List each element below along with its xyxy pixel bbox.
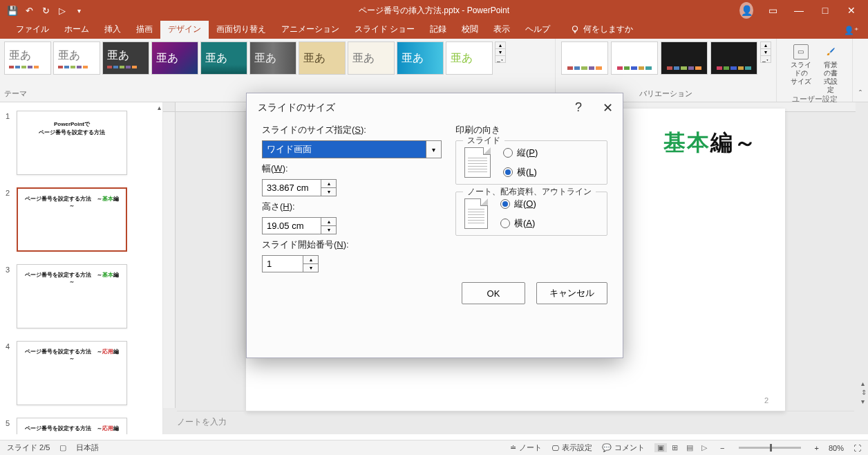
minimize-icon[interactable]: — bbox=[792, 5, 806, 16]
theme-thumb[interactable]: 亜あ bbox=[151, 41, 198, 75]
tell-me-search[interactable]: 何をしますか bbox=[565, 20, 639, 39]
variation-gallery[interactable]: ▴▾⎯▾ bbox=[561, 41, 771, 75]
tab-review[interactable]: 校閲 bbox=[454, 20, 486, 39]
comments-button[interactable]: 💬 コメント bbox=[602, 443, 645, 453]
theme-thumb[interactable]: 亜あ bbox=[446, 41, 493, 75]
theme-gallery-more-icon[interactable]: ▴▾⎯▾ bbox=[495, 41, 506, 63]
theme-thumb[interactable]: 亜あ bbox=[102, 41, 149, 75]
status-language[interactable]: 日本語 bbox=[76, 443, 99, 453]
lightbulb-icon bbox=[570, 25, 580, 35]
spin-up-icon[interactable]: ▴ bbox=[321, 180, 336, 188]
spin-up-icon[interactable]: ▴ bbox=[321, 218, 336, 226]
width-label: 幅(W): bbox=[262, 162, 442, 175]
theme-thumb[interactable]: 亜あ bbox=[348, 41, 395, 75]
variation-thumb[interactable] bbox=[561, 41, 608, 75]
width-spinbox[interactable]: ▴▾ bbox=[262, 179, 339, 196]
maximize-icon[interactable]: □ bbox=[818, 5, 832, 16]
tab-help[interactable]: ヘルプ bbox=[518, 20, 558, 39]
zoom-out-icon[interactable]: − bbox=[720, 444, 724, 452]
collapse-ribbon-icon[interactable]: ˆ bbox=[853, 39, 868, 102]
format-background-button[interactable]: 🖌️背景の書 式設定 bbox=[820, 44, 841, 94]
slide-thumbnail-1[interactable]: PowerPointで ページ番号を設定する方法 bbox=[17, 111, 127, 175]
slide-thumb-row[interactable]: 1 PowerPointで ページ番号を設定する方法 bbox=[0, 108, 162, 185]
undo-icon[interactable]: ↶ bbox=[23, 5, 35, 16]
close-icon[interactable]: ✕ bbox=[845, 5, 858, 16]
size-spec-combobox[interactable]: ワイド画面 ▾ bbox=[262, 140, 442, 158]
theme-thumb[interactable]: 亜あ bbox=[53, 41, 100, 75]
theme-thumb[interactable]: 亜あ bbox=[397, 41, 444, 75]
spin-down-icon[interactable]: ▾ bbox=[321, 188, 336, 196]
slide-thumb-row[interactable]: 2 ページ番号を設定する方法 ～基本編～ bbox=[0, 185, 162, 261]
tab-insert[interactable]: 挿入 bbox=[97, 20, 129, 39]
notes-portrait-radio[interactable]: 縦(O) bbox=[500, 198, 536, 210]
normal-view-icon[interactable]: ▣ bbox=[654, 443, 667, 452]
tab-record[interactable]: 記録 bbox=[422, 20, 454, 39]
slide-thumb-row[interactable]: 5 ページ番号を設定する方法 ～応用編～ bbox=[0, 415, 162, 434]
tab-slideshow[interactable]: スライド ショー bbox=[347, 20, 422, 39]
tab-view[interactable]: 表示 bbox=[486, 20, 518, 39]
size-spec-value[interactable]: ワイド画面 bbox=[262, 140, 426, 158]
height-field[interactable] bbox=[262, 217, 321, 234]
theme-thumb[interactable]: 亜あ bbox=[299, 41, 346, 75]
chevron-down-icon[interactable]: ▾ bbox=[426, 140, 442, 158]
share-icon[interactable]: 👤⁺ bbox=[834, 22, 868, 39]
vertical-scroll-arrows[interactable]: ▴⇕▾ bbox=[861, 380, 867, 405]
slide-thumbnail-5[interactable]: ページ番号を設定する方法 ～応用編～ bbox=[17, 418, 127, 434]
tab-draw[interactable]: 描画 bbox=[129, 20, 160, 39]
spin-down-icon[interactable]: ▾ bbox=[321, 226, 336, 234]
tab-animations[interactable]: アニメーション bbox=[274, 20, 347, 39]
slide-thumbnail-2[interactable]: ページ番号を設定する方法 ～基本編～ bbox=[17, 187, 127, 252]
theme-thumb[interactable]: 亜あ bbox=[249, 41, 296, 75]
slide-thumb-row[interactable]: 4 ページ番号を設定する方法 ～応用編～ bbox=[0, 338, 162, 415]
slide-thumb-row[interactable]: 3 ページ番号を設定する方法 ～基本編～ bbox=[0, 261, 162, 338]
zoom-in-icon[interactable]: + bbox=[815, 444, 819, 452]
start-from-beginning-icon[interactable]: ▷ bbox=[57, 5, 68, 16]
redo-icon[interactable]: ↻ bbox=[40, 5, 51, 16]
start-number-spinbox[interactable]: ▴▾ bbox=[262, 255, 321, 272]
height-label: 高さ(H): bbox=[262, 201, 442, 213]
tab-transitions[interactable]: 画面切り替え bbox=[209, 20, 274, 39]
tab-design[interactable]: デザイン bbox=[160, 20, 209, 39]
zoom-level[interactable]: 80% bbox=[829, 444, 844, 452]
spellcheck-icon[interactable]: ▢ bbox=[59, 443, 66, 452]
reading-view-icon[interactable]: ▤ bbox=[683, 443, 696, 452]
slides-landscape-radio[interactable]: 横(L) bbox=[503, 166, 538, 178]
qat-customize-icon[interactable]: ▾ bbox=[73, 5, 84, 16]
fit-to-window-icon[interactable]: ⛶ bbox=[853, 444, 861, 452]
slideshow-view-icon[interactable]: ▷ bbox=[698, 443, 710, 452]
spin-up-icon[interactable]: ▴ bbox=[303, 256, 318, 264]
slide-thumbnail-3[interactable]: ページ番号を設定する方法 ～基本編～ bbox=[17, 264, 127, 328]
notes-toggle-button[interactable]: ≐ ノート bbox=[510, 443, 542, 453]
tab-home[interactable]: ホーム bbox=[57, 20, 97, 39]
theme-thumb[interactable]: 亜あ bbox=[200, 41, 247, 75]
ok-button[interactable]: OK bbox=[462, 282, 525, 304]
spin-down-icon[interactable]: ▾ bbox=[303, 264, 318, 272]
dialog-close-icon[interactable]: ✕ bbox=[603, 100, 613, 115]
zoom-slider[interactable] bbox=[739, 447, 801, 449]
slide-sorter-view-icon[interactable]: ⊞ bbox=[669, 443, 681, 452]
account-icon[interactable]: 👤 bbox=[739, 2, 753, 19]
width-field[interactable] bbox=[262, 179, 321, 196]
height-spinbox[interactable]: ▴▾ bbox=[262, 217, 339, 234]
scroll-up-icon[interactable]: ▴ bbox=[158, 104, 161, 111]
notes-landscape-radio[interactable]: 横(A) bbox=[500, 217, 536, 230]
variation-gallery-more-icon[interactable]: ▴▾⎯▾ bbox=[760, 41, 771, 63]
slides-portrait-radio[interactable]: 縦(P) bbox=[503, 147, 538, 159]
save-icon[interactable]: 💾 bbox=[7, 5, 18, 16]
cancel-button[interactable]: キャンセル bbox=[536, 282, 607, 304]
start-number-field[interactable] bbox=[262, 255, 303, 272]
variation-thumb[interactable] bbox=[710, 41, 757, 75]
slide-size-button[interactable]: ▭スライドの サイズ bbox=[788, 44, 813, 94]
theme-thumb[interactable]: 亜あ bbox=[4, 41, 51, 75]
tab-file[interactable]: ファイル bbox=[8, 20, 57, 39]
notes-pane[interactable]: ノートを入力 bbox=[177, 411, 854, 433]
display-settings-button[interactable]: 🖵 表示設定 bbox=[551, 443, 592, 453]
slide-number-label: 1 bbox=[6, 111, 17, 175]
ribbon-display-options-icon[interactable]: ▭ bbox=[766, 5, 780, 16]
slide-thumbnail-4[interactable]: ページ番号を設定する方法 ～応用編～ bbox=[17, 341, 127, 405]
variation-thumb[interactable] bbox=[661, 41, 708, 75]
theme-gallery[interactable]: 亜あ 亜あ 亜あ 亜あ 亜あ 亜あ 亜あ 亜あ 亜あ 亜あ ▴▾⎯▾ bbox=[4, 41, 551, 75]
variation-thumb[interactable] bbox=[611, 41, 658, 75]
dialog-help-icon[interactable]: ? bbox=[575, 100, 582, 115]
status-bar: スライド 2/5 ▢ 日本語 ≐ ノート 🖵 表示設定 💬 コメント ▣ ⊞ ▤… bbox=[0, 440, 868, 455]
